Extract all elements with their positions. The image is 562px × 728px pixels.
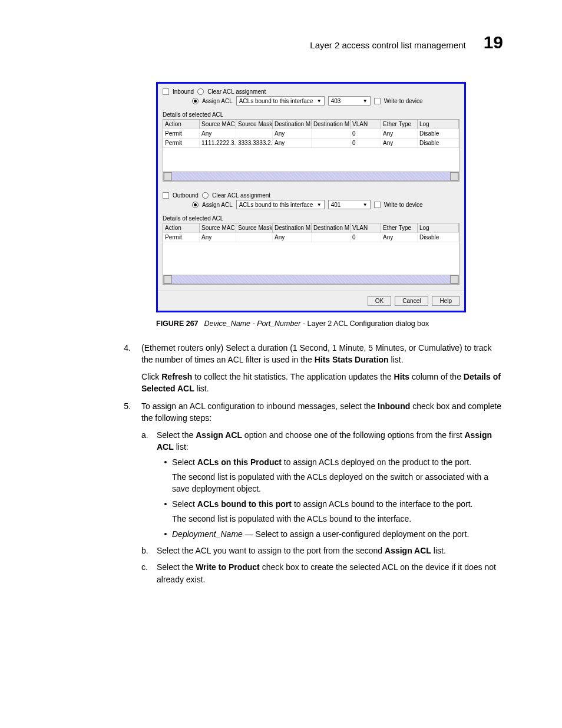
bullet-icon: •	[159, 456, 172, 468]
substep-letter: a.	[141, 429, 157, 453]
horizontal-scrollbar[interactable]	[163, 172, 459, 181]
col-source-mac[interactable]: Source MAC	[200, 223, 236, 232]
assign-acl-radio-out[interactable]	[192, 202, 199, 208]
col-source-mask[interactable]: Source Mask	[236, 120, 273, 129]
col-source-mac[interactable]: Source MAC	[200, 120, 236, 129]
table-row[interactable]: Permit 1111.2222.3... 3333.3333.2... Any…	[163, 139, 459, 148]
substep-a-text: Select the Assign ACL option and choose …	[157, 429, 503, 453]
inbound-label: Inbound	[173, 88, 194, 95]
outbound-checkbox[interactable]	[163, 192, 169, 199]
bullet-1-continuation: The second list is populated with the AC…	[172, 471, 503, 495]
chevron-down-icon: ▼	[363, 202, 368, 207]
col-action[interactable]: Action	[163, 120, 200, 129]
write-to-device-checkbox[interactable]	[374, 98, 381, 104]
clear-acl-radio-out[interactable]	[202, 192, 209, 199]
bullet-icon: •	[159, 498, 172, 510]
bullet-2-text: Select ACLs bound to this port to assign…	[172, 498, 503, 510]
col-vlan[interactable]: VLAN	[351, 120, 381, 129]
clear-acl-label: Clear ACL assignment	[207, 88, 266, 95]
acl-source-combo-out[interactable]: ACLs bound to this interface▼	[236, 200, 325, 209]
details-heading-out: Details of selected ACL	[163, 215, 459, 222]
substep-c-text: Select the Write to Product check box to…	[157, 561, 503, 585]
inbound-acl-table: Action Source MAC Source Mask Destinatio…	[163, 119, 459, 182]
chevron-down-icon: ▼	[363, 98, 368, 104]
assign-acl-radio[interactable]	[192, 98, 199, 104]
step-4-text: (Ethernet routers only) Select a duratio…	[141, 342, 503, 366]
substep-b-text: Select the ACL you want to assign to the…	[157, 545, 503, 556]
assign-acl-label: Assign ACL	[202, 98, 233, 104]
header-title: Layer 2 access control list management	[310, 40, 465, 50]
step-number: 4.	[65, 342, 141, 366]
col-source-mask[interactable]: Source Mask	[236, 223, 273, 232]
acl-config-dialog: Inbound Clear ACL assignment Assign ACL …	[156, 82, 466, 312]
bullet-3-text: Deployment_Name — Select to assign a use…	[172, 528, 503, 540]
chevron-down-icon: ▼	[317, 202, 322, 207]
horizontal-scrollbar[interactable]	[163, 275, 459, 284]
col-action[interactable]: Action	[163, 223, 200, 232]
step-5-text: To assign an ACL configuration to inboun…	[141, 400, 503, 424]
figure-caption: FIGURE 267Device_Name - Port_Number - La…	[156, 319, 503, 328]
table-row[interactable]: Permit Any Any 0 Any Disable	[163, 129, 459, 139]
col-dest-mask[interactable]: Destination M...	[312, 223, 351, 232]
col-ether-type[interactable]: Ether Type	[381, 120, 418, 129]
write-to-device-label: Write to device	[384, 98, 423, 104]
help-button[interactable]: Help	[432, 296, 459, 306]
acl-id-combo-out[interactable]: 401▼	[328, 200, 371, 209]
col-vlan[interactable]: VLAN	[351, 223, 381, 232]
step-number: 5.	[65, 400, 141, 424]
bullet-icon: •	[159, 528, 172, 540]
col-dest-mac[interactable]: Destination M...	[273, 120, 312, 129]
outbound-label: Outbound	[173, 192, 199, 199]
col-log[interactable]: Log	[418, 120, 459, 129]
inbound-checkbox[interactable]	[163, 88, 169, 95]
clear-acl-label-out: Clear ACL assignment	[212, 192, 270, 199]
details-heading: Details of selected ACL	[163, 111, 459, 118]
substep-letter: b.	[141, 545, 157, 556]
col-dest-mask[interactable]: Destination M...	[312, 120, 351, 129]
ok-button[interactable]: OK	[368, 296, 391, 306]
chevron-down-icon: ▼	[317, 98, 322, 104]
cancel-button[interactable]: Cancel	[395, 296, 428, 306]
clear-acl-radio[interactable]	[197, 88, 204, 95]
page-number: 19	[484, 32, 503, 52]
col-dest-mac[interactable]: Destination M...	[273, 223, 312, 232]
assign-acl-label-out: Assign ACL	[202, 202, 233, 208]
write-to-device-checkbox-out[interactable]	[374, 202, 381, 208]
table-row[interactable]: Permit Any Any 0 Any Disable	[163, 233, 459, 242]
acl-id-combo[interactable]: 403▼	[328, 96, 371, 106]
outbound-acl-table: Action Source MAC Source Mask Destinatio…	[163, 223, 459, 285]
substep-letter: c.	[141, 561, 157, 585]
write-to-device-label-out: Write to device	[384, 202, 423, 208]
step-4-paragraph: Click Refresh to collect the hit statist…	[141, 371, 503, 395]
bullet-1-text: Select ACLs on this Product to assign AC…	[172, 456, 503, 468]
bullet-2-continuation: The second list is populated with the AC…	[172, 513, 503, 525]
acl-source-combo[interactable]: ACLs bound to this interface▼	[236, 96, 325, 106]
col-ether-type[interactable]: Ether Type	[381, 223, 418, 232]
col-log[interactable]: Log	[418, 223, 459, 232]
